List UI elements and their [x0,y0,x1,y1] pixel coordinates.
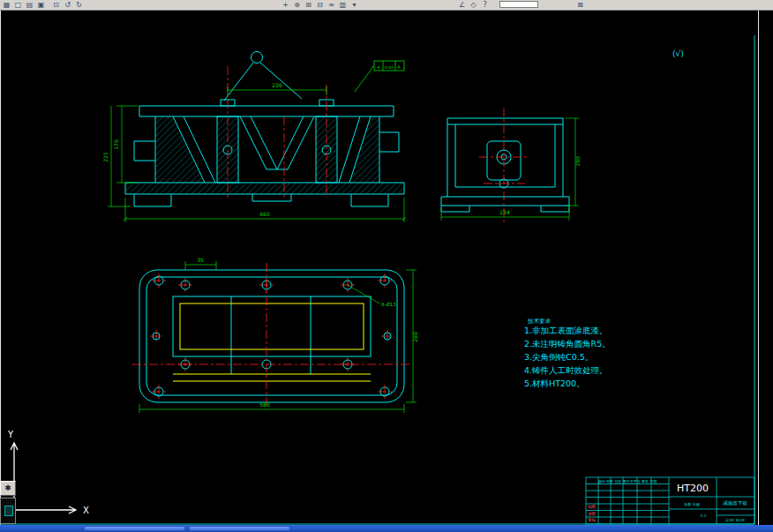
dim-plan-bottom: 580 [259,401,270,408]
tech-note-line: 3.尖角倒钝C0.5。 [524,352,593,362]
tech-note-line: 5.材料HT200。 [524,378,585,388]
title-block-row-a: 制图 [588,505,596,509]
side-view [441,118,569,212]
title-block: HT200 减速器下箱 标记 处数 分区 更改文件号 签名 日期 制图 描图 审… [586,477,754,524]
help-icon[interactable]: ? [480,1,490,10]
plan-view-yellow-lines [173,303,371,381]
dim-front-left-a: 170 [113,139,119,150]
print-icon[interactable]: ⊡ [51,1,61,10]
gdt-datum: A [397,64,401,70]
undo-icon[interactable]: ↺ [63,1,72,10]
new-file-icon[interactable]: □ [13,1,23,10]
canvas-frame [1,11,759,525]
plan-view-dimensions: 35 580 260 8-Ø13 [139,257,418,413]
toolbar-group-edit: ⊡ ↺ ↻ [51,1,84,10]
title-block-scale-value: 1:2 [700,513,706,518]
toolbar-group-plot: ⊠ [575,1,585,10]
tech-note-line: 2.未注明铸角圆角R5。 [524,339,611,348]
dim-plan-right: 260 [412,332,418,342]
plan-view [139,270,404,402]
star-icon: ✱ [4,483,11,492]
plan-view-centerlines [132,263,411,409]
gdt-symbol-icon: ⌖ [377,64,380,70]
dim-front-top: 236 [272,82,282,88]
ucs-icon: Y X [7,430,89,515]
title-block-row-c: 审核 [588,518,597,522]
toolbar-dropdown-icon[interactable]: ▾ [349,1,359,10]
save-icon[interactable]: ▣ [36,1,46,10]
cad-application-window: ▦ □ ▤ ▣ ⊡ ↺ ↻ + ⊕ ⊞ ⊟ ≡ ▥ ▾ ∠ ◇ ? ⊠ [0,0,773,532]
title-block-sheet-info: 共1张 第1张 [725,518,745,522]
title-block-row-b: 描图 [587,512,596,516]
floating-thumbnail-button[interactable] [0,498,16,524]
zoom-window-icon[interactable]: ⊞ [304,1,313,10]
osnap-icon[interactable]: ◇ [469,1,478,10]
taskbar-button-2[interactable] [189,526,290,531]
dim-plan-holes: 8-Ø13 [381,302,396,307]
pan-icon[interactable]: + [281,1,290,10]
tech-note-line: 4.铸件人工时效处理。 [524,365,608,375]
gdt-value: 0.05 [385,65,394,70]
dim-plan-top: 35 [197,257,204,263]
zoom-previous-icon[interactable]: ⊟ [315,1,325,10]
front-section-view [125,52,404,207]
title-block-part-name: 减速器下箱 [723,500,747,506]
dim-side-bottom: 234 [499,209,510,215]
title-block-header-row: 标记 处数 分区 更改文件号 签名 日期 [598,479,657,484]
drawing-svg: 236 660 170 225 ⌖ 0.05 A [0,11,773,525]
open-file-icon[interactable]: ▤ [25,1,34,10]
top-toolbar: ▦ □ ▤ ▣ ⊡ ↺ ↻ + ⊕ ⊞ ⊟ ≡ ▥ ▾ ∠ ◇ ? ⊠ [0,0,773,11]
app-menu-icon[interactable]: ▦ [2,1,11,10]
tech-notes: 技术要求 1.非加工表面涂底漆。 2.未注明铸角圆角R5。 3.尖角倒钝C0.5… [524,318,611,388]
tech-note-line: 1.非加工表面涂底漆。 [524,326,608,335]
toolbar-combobox[interactable] [499,1,538,8]
zoom-realtime-icon[interactable]: ⊕ [292,1,302,10]
tech-notes-title: 技术要求 [527,318,552,325]
toolbar-group-tools: ∠ ◇ ? [457,1,490,10]
floating-star-button[interactable]: ✱ [0,481,16,496]
gdt-frame: ⌖ 0.05 A [355,61,404,92]
ucs-y-label: Y [7,430,14,439]
title-block-material: HT200 [677,483,709,494]
ucs-x-label: X [83,506,89,515]
dim-front-bottom: 660 [259,211,270,217]
surface-finish-symbol: (√) [672,49,684,58]
taskbar-button-1[interactable] [84,526,185,531]
properties-icon[interactable]: ▥ [338,1,348,10]
dim-front-left-b: 225 [102,152,109,162]
plot-preview-icon[interactable]: ⊠ [575,1,585,10]
toolbar-group-view: + ⊕ ⊞ ⊟ ≡ ▥ ▾ [281,1,359,10]
taskbar [0,525,773,532]
thumbnail-icon [4,506,13,516]
dim-side-right: 190 [574,156,581,167]
drawing-area[interactable]: 236 660 170 225 ⌖ 0.05 A [0,11,773,525]
title-block-mid-labels: 质量 比例 [684,502,699,507]
toolbar-group-file: ▦ □ ▤ ▣ [2,1,46,10]
redo-icon[interactable]: ↻ [74,1,84,10]
measure-icon[interactable]: ∠ [457,1,467,10]
layers-icon[interactable]: ≡ [326,1,336,10]
detail-balloon [251,52,263,64]
sheet-border [0,35,754,524]
